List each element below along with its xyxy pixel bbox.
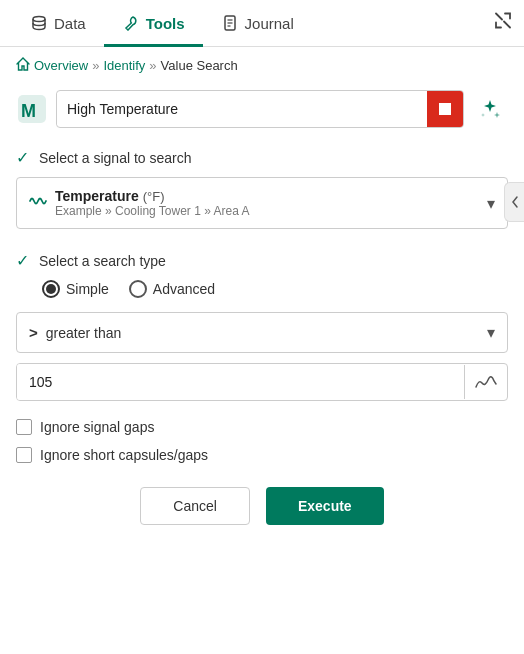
stop-button[interactable]: [427, 91, 463, 127]
checkbox-ignore-short-box: [16, 447, 32, 463]
tab-data[interactable]: Data: [12, 0, 104, 47]
main-content: M High Temperature ✓ Select a signal to …: [0, 82, 524, 545]
checkbox-ignore-gaps-label: Ignore signal gaps: [40, 419, 154, 435]
tools-icon: [122, 14, 140, 32]
checkbox-ignore-gaps[interactable]: Ignore signal gaps: [16, 419, 508, 435]
tab-data-label: Data: [54, 15, 86, 32]
search-input[interactable]: High Temperature: [57, 93, 427, 125]
signal-dropdown[interactable]: Temperature (°F) Example » Cooling Tower…: [16, 177, 508, 229]
checkbox-ignore-gaps-box: [16, 419, 32, 435]
signal-check-icon: ✓: [16, 148, 29, 167]
signal-unit: (°F): [143, 189, 165, 204]
breadcrumb-current: Value Search: [161, 58, 238, 73]
search-type-check-icon: ✓: [16, 251, 29, 270]
execute-button[interactable]: Execute: [266, 487, 384, 525]
breadcrumb-sep-2: »: [149, 58, 156, 73]
value-input[interactable]: 105: [17, 364, 464, 400]
cancel-button[interactable]: Cancel: [140, 487, 250, 525]
collapse-handle[interactable]: [504, 182, 524, 222]
value-input-row: 105: [16, 363, 508, 401]
operator-label: greater than: [46, 325, 487, 341]
breadcrumb: Overview » Identify » Value Search: [0, 47, 524, 82]
radio-simple-circle: [42, 280, 60, 298]
seeq-logo: M: [16, 93, 48, 125]
svg-text:M: M: [21, 101, 36, 121]
signal-path: Example » Cooling Tower 1 » Area A: [55, 204, 487, 218]
operator-dropdown[interactable]: > greater than ▾: [16, 312, 508, 353]
signal-name: Temperature: [55, 188, 139, 204]
tab-journal[interactable]: Journal: [203, 0, 312, 47]
radio-advanced[interactable]: Advanced: [129, 280, 215, 298]
search-type-label: Select a search type: [39, 253, 166, 269]
signal-section-header: ✓ Select a signal to search: [16, 148, 508, 167]
tab-journal-label: Journal: [245, 15, 294, 32]
search-input-wrapper: High Temperature: [56, 90, 464, 128]
data-icon: [30, 14, 48, 32]
breadcrumb-identify[interactable]: Identify: [103, 58, 145, 73]
expand-icon[interactable]: [494, 12, 512, 35]
checkbox-ignore-short[interactable]: Ignore short capsules/gaps: [16, 447, 508, 463]
operator-symbol: >: [29, 324, 38, 341]
signal-dropdown-arrow: ▾: [487, 194, 495, 213]
tab-tools[interactable]: Tools: [104, 0, 203, 47]
journal-icon: [221, 14, 239, 32]
svg-rect-7: [439, 103, 451, 115]
svg-point-0: [33, 17, 45, 22]
breadcrumb-home-icon: [16, 57, 30, 74]
radio-advanced-circle: [129, 280, 147, 298]
breadcrumb-overview[interactable]: Overview: [34, 58, 88, 73]
operator-dropdown-arrow: ▾: [487, 323, 495, 342]
tab-tools-label: Tools: [146, 15, 185, 32]
search-type-section-header: ✓ Select a search type: [16, 251, 508, 270]
value-input-chart-icon[interactable]: [464, 365, 507, 399]
signal-wave-icon: [29, 192, 47, 214]
ai-button[interactable]: [472, 91, 508, 127]
radio-simple[interactable]: Simple: [42, 280, 109, 298]
nav-tabs: Data Tools Journal: [0, 0, 524, 47]
signal-info: Temperature (°F) Example » Cooling Tower…: [55, 188, 487, 218]
checkbox-ignore-short-label: Ignore short capsules/gaps: [40, 447, 208, 463]
radio-advanced-label: Advanced: [153, 281, 215, 297]
search-bar-row: M High Temperature: [16, 90, 508, 128]
breadcrumb-sep-1: »: [92, 58, 99, 73]
action-row: Cancel Execute: [16, 487, 508, 525]
signal-section-label: Select a signal to search: [39, 150, 192, 166]
radio-group: Simple Advanced: [16, 280, 508, 298]
radio-simple-label: Simple: [66, 281, 109, 297]
